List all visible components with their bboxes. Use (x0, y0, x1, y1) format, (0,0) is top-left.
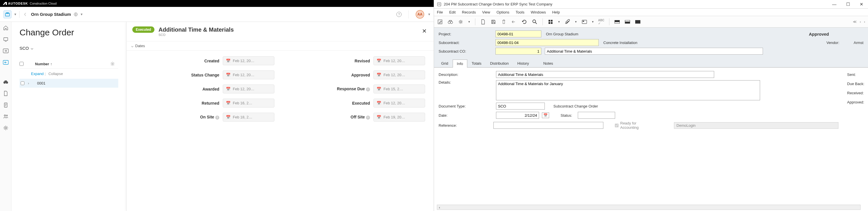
project-input[interactable] (495, 30, 541, 37)
sco-name-input[interactable] (545, 48, 763, 55)
status-change-input[interactable]: 📅Feb 12, 20… (223, 71, 274, 79)
save-icon[interactable] (490, 19, 497, 25)
calendar-icon[interactable]: 📅 (542, 112, 549, 118)
dates-section-header[interactable]: ⌵ Dates (127, 42, 434, 51)
executed-input[interactable]: 📅Feb 12, 20… (373, 99, 425, 107)
clipboard-icon[interactable] (3, 102, 9, 108)
chevron-right-icon[interactable]: › (28, 81, 29, 85)
new-doc-icon[interactable] (480, 19, 486, 25)
menu-options[interactable]: Options (497, 10, 509, 15)
column-settings-icon[interactable] (110, 61, 115, 66)
layout2-icon[interactable] (624, 19, 631, 25)
project-icon-button[interactable] (3, 10, 11, 18)
collapse-link[interactable]: Collapse (49, 72, 63, 76)
home-icon[interactable] (3, 25, 9, 31)
sco-dropdown[interactable]: SCO ⌵ (20, 46, 118, 51)
sort-up-icon: ↑ (50, 62, 52, 66)
returned-input[interactable]: 📅Feb 16, 2… (223, 99, 274, 107)
onsite-input[interactable]: 📅Feb 18, 2… (223, 113, 274, 122)
ready-checkbox-label[interactable]: Ready for Accounting (615, 121, 654, 130)
status-input[interactable] (578, 112, 615, 119)
menu-edit[interactable]: Edit (449, 10, 456, 15)
sidebar (0, 22, 11, 211)
globe-icon[interactable] (74, 12, 78, 17)
attachment-icon[interactable] (564, 19, 570, 25)
project-name[interactable]: Orn Group Stadium (31, 12, 71, 17)
response-due-input[interactable]: 📅Feb 15, 2… (373, 84, 425, 94)
sco-input[interactable] (495, 48, 541, 55)
svg-point-12 (5, 127, 7, 129)
reference-input[interactable] (493, 122, 603, 129)
approved-input[interactable]: 📅Feb 12, 20… (373, 71, 425, 79)
search-icon[interactable] (532, 19, 538, 25)
info-icon[interactable]: i (215, 115, 219, 120)
grid-icon[interactable] (547, 19, 554, 25)
offsite-input[interactable]: 📅Feb 19, 20… (373, 113, 425, 122)
refresh-icon[interactable] (521, 19, 528, 25)
created-input[interactable]: 📅Feb 12, 20… (223, 56, 274, 65)
document-icon[interactable] (3, 90, 9, 97)
description-input[interactable] (496, 71, 714, 78)
help-icon[interactable]: ? (396, 12, 402, 17)
tab-totals[interactable]: Totals (467, 59, 486, 67)
chevron-down-icon[interactable]: ▾ (81, 12, 83, 17)
monitor-icon[interactable] (3, 36, 9, 43)
close-icon[interactable]: ✕ (421, 26, 428, 36)
status-change-label: Status Change (191, 73, 219, 77)
layout3-icon[interactable] (634, 19, 641, 25)
maximize-icon[interactable]: ☐ (844, 1, 851, 7)
avatar[interactable]: AA (415, 10, 424, 19)
menu-records[interactable]: Records (462, 10, 476, 15)
item-number: 0001 (37, 81, 45, 85)
info-icon[interactable]: i (366, 87, 370, 91)
doctype-input[interactable] (496, 103, 545, 109)
card-icon[interactable] (581, 19, 588, 25)
users-icon[interactable] (3, 113, 9, 120)
awarded-input[interactable]: 📅Feb 12, 20… (223, 84, 274, 94)
menu-view[interactable]: View (482, 10, 490, 15)
row-checkbox[interactable] (21, 81, 24, 85)
prev-icon[interactable]: ‹ (860, 20, 861, 24)
date-input[interactable] (496, 112, 539, 119)
delete-icon[interactable] (501, 19, 507, 25)
first-icon[interactable]: ≪ (853, 20, 857, 24)
next-icon[interactable]: › (864, 20, 865, 24)
tab-notes[interactable]: Notes (539, 59, 557, 67)
undo-icon[interactable] (511, 19, 517, 25)
tab-history[interactable]: History (513, 59, 533, 67)
spellcheck-icon[interactable]: ABC✓ (598, 19, 604, 25)
detail-subtitle: SCO (158, 33, 234, 36)
binoculars-icon[interactable] (3, 79, 9, 85)
edit-icon[interactable] (437, 19, 443, 25)
menu-tools[interactable]: Tools (516, 10, 524, 15)
binoculars-icon[interactable] (447, 19, 454, 25)
awarded-label: Awarded (203, 87, 219, 91)
arrow-out-icon[interactable] (3, 59, 9, 65)
horizontal-scrollbar[interactable]: ‹ (437, 205, 861, 210)
gear-icon[interactable] (458, 19, 464, 25)
list-item[interactable]: › 0001 (20, 79, 118, 88)
menu-windows[interactable]: Windows (531, 10, 546, 15)
chevron-down-icon[interactable]: ▾ (14, 12, 17, 17)
tab-info[interactable]: Info (453, 59, 468, 68)
revised-input[interactable]: 📅Feb 12, 20… (373, 56, 425, 65)
tab-distribution[interactable]: Distribution (486, 59, 513, 67)
chevron-down-icon[interactable]: ▾ (428, 12, 430, 17)
expand-link[interactable]: Expand (31, 72, 43, 76)
select-all-checkbox[interactable] (20, 62, 24, 66)
layout1-icon[interactable] (614, 19, 620, 25)
arrow-in-icon[interactable] (3, 48, 9, 54)
menu-help[interactable]: Help (552, 10, 560, 15)
scroll-left-icon[interactable]: ‹ (437, 205, 442, 210)
info-icon[interactable]: i (366, 115, 370, 120)
tab-grid[interactable]: Grid (437, 59, 453, 67)
details-textarea[interactable] (496, 80, 760, 100)
subcontract-input[interactable] (495, 39, 599, 46)
minimize-icon[interactable]: — (830, 1, 838, 7)
gear-icon[interactable] (3, 125, 9, 131)
column-number[interactable]: Number ↑ (35, 62, 52, 66)
menu-file[interactable]: File (437, 10, 443, 15)
back-icon[interactable] (22, 11, 28, 17)
svg-point-17 (451, 21, 453, 24)
close-icon[interactable]: ✕ (858, 1, 865, 7)
